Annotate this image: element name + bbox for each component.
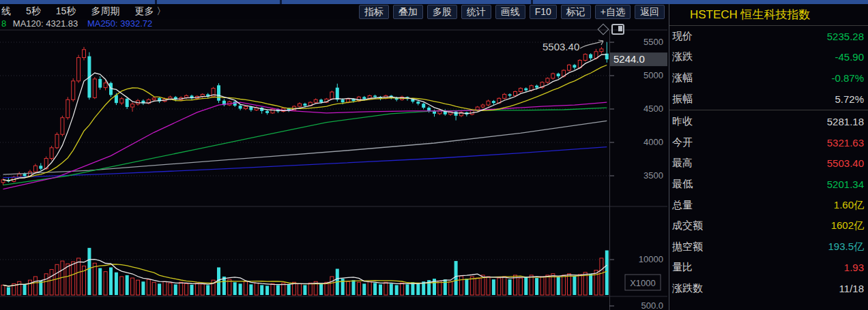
quote-row: 量比1.93 — [669, 258, 868, 279]
quote-row-value: 1.60亿 — [834, 199, 864, 212]
quote-row-value: -45.90 — [835, 51, 864, 63]
quote-row-label: 最低 — [672, 178, 693, 191]
ma250-label: MA250: 3932.72 — [87, 18, 152, 29]
volume-tick-label: 10000 — [639, 254, 663, 264]
quote-row-label: 今开 — [672, 136, 693, 149]
quote-row: 今开5321.63 — [669, 132, 868, 153]
quote-row-value: 5281.18 — [827, 116, 864, 127]
quote-row-label: 成交额 — [672, 219, 703, 232]
quote-rows: 现价5235.28涨跌-45.90涨幅-0.87%振幅5.72%昨收5281.1… — [669, 26, 868, 299]
quote-row-label: 最高 — [672, 157, 693, 170]
volume-multiplier-text: X1000 — [630, 278, 656, 288]
quote-row-value: 11/18 — [839, 283, 864, 294]
quote-row-value: 5235.28 — [827, 31, 864, 42]
quote-row: 总量1.60亿 — [669, 195, 868, 216]
ma-legend: 8 MA120: 4321.83 MA250: 3932.72 — [1, 18, 152, 29]
quote-row-label: 涨幅 — [672, 72, 693, 84]
quote-row-value: 1.93 — [844, 262, 864, 273]
price-tick-label: 4500 — [643, 104, 663, 114]
panel-toggle-icon[interactable] — [611, 24, 624, 35]
quote-row-value: 5321.63 — [827, 137, 864, 149]
quote-row-value: 193.5亿 — [828, 241, 864, 253]
quote-row-label: 量比 — [672, 261, 693, 274]
quote-row: 抛空额193.5亿 — [669, 236, 868, 258]
price-tick-label: 5000 — [643, 70, 663, 80]
high-annotation: 5503.40 — [542, 41, 579, 52]
quote-row-label: 抛空额 — [672, 241, 703, 253]
quote-row-value: -0.87% — [831, 72, 864, 84]
quote-row-label: 振幅 — [672, 93, 693, 106]
quote-row: 最低5201.34 — [669, 174, 868, 195]
trading-app-window: 线5秒15秒多周期更多 〉 指标叠加多股统计画线F10标记+自选返回 8 MA1… — [0, 0, 868, 310]
ma-legend-prefix: 8 — [1, 18, 6, 29]
quote-row: 涨幅-0.87% — [669, 67, 868, 89]
last-price-tag-text: 5244.0 — [613, 53, 645, 65]
quote-panel: HSTECH 恒生科技指数 现价5235.28涨跌-45.90涨幅-0.87%振… — [669, 4, 868, 310]
quote-row: 现价5235.28 — [669, 26, 868, 47]
quote-row: 振幅5.72% — [669, 89, 868, 110]
quote-row-value: 5503.40 — [827, 157, 864, 169]
sub-panel-tick-label: 500.0 — [641, 300, 663, 310]
quote-row: 昨收5281.18 — [669, 111, 868, 132]
quote-row: 涨跌-45.90 — [669, 47, 868, 68]
quote-row: 涨跌数11/18 — [669, 278, 868, 299]
price-tick-label: 5500 — [643, 37, 663, 47]
quote-row-value: 5.72% — [835, 93, 864, 105]
quote-row-value: 5201.34 — [827, 179, 864, 190]
price-tick-label: 3500 — [643, 170, 663, 181]
quote-row-label: 总量 — [672, 199, 693, 212]
price-tick-label: 4000 — [643, 137, 663, 147]
ma120-label: MA120: 4321.83 — [13, 18, 78, 29]
quote-row-value: 1602亿 — [831, 219, 864, 232]
quote-row-label: 涨跌 — [672, 50, 693, 63]
quote-row: 最高5503.40 — [669, 153, 868, 174]
quote-row-label: 昨收 — [672, 115, 693, 128]
quote-row-label: 涨跌数 — [672, 282, 703, 295]
quote-row-label: 现价 — [672, 30, 693, 43]
panel-toggle-fill — [618, 26, 622, 31]
candlestick-chart[interactable]: 55005000450040003500100005503.405244.0X1… — [0, 0, 667, 310]
quote-row: 成交额1602亿 — [669, 215, 868, 236]
symbol-title: HSTECH 恒生科技指数 — [669, 4, 868, 26]
quote-separator — [669, 110, 868, 110]
